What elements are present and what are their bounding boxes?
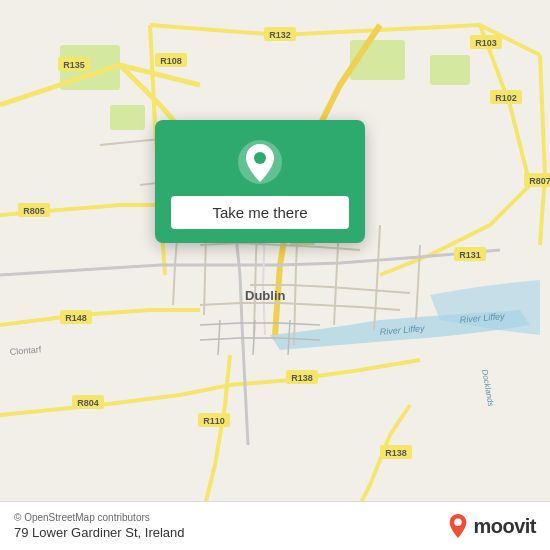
svg-rect-2 bbox=[430, 55, 470, 85]
svg-text:R103: R103 bbox=[475, 38, 497, 48]
svg-text:R138: R138 bbox=[291, 373, 313, 383]
svg-text:Docklands: Docklands bbox=[480, 369, 495, 407]
svg-text:R807: R807 bbox=[529, 176, 550, 186]
take-me-there-button[interactable]: Take me there bbox=[171, 196, 349, 229]
svg-text:Dublin: Dublin bbox=[245, 288, 285, 303]
svg-text:R135: R135 bbox=[63, 60, 85, 70]
moovit-logo: moovit bbox=[447, 513, 536, 539]
svg-text:Clontarf: Clontarf bbox=[9, 344, 42, 357]
map-container: R135 R108 R103 R132 R102 R135 R807 R131 … bbox=[0, 0, 550, 550]
svg-rect-3 bbox=[110, 105, 145, 130]
svg-text:R804: R804 bbox=[77, 398, 99, 408]
location-card: Take me there bbox=[155, 120, 365, 243]
map-svg: R135 R108 R103 R132 R102 R135 R807 R131 … bbox=[0, 0, 550, 550]
svg-text:R110: R110 bbox=[203, 416, 225, 426]
svg-point-39 bbox=[254, 152, 266, 164]
svg-text:R131: R131 bbox=[459, 250, 481, 260]
svg-text:R108: R108 bbox=[160, 56, 182, 66]
svg-point-40 bbox=[455, 519, 462, 526]
svg-text:R132: R132 bbox=[269, 30, 291, 40]
moovit-brand-text: moovit bbox=[473, 515, 536, 538]
svg-text:R102: R102 bbox=[495, 93, 517, 103]
bottom-left-info: © OpenStreetMap contributors 79 Lower Ga… bbox=[14, 512, 185, 540]
copyright-text: © OpenStreetMap contributors bbox=[14, 512, 185, 523]
moovit-pin-icon bbox=[447, 513, 469, 539]
svg-text:R138: R138 bbox=[385, 448, 407, 458]
location-pin-icon bbox=[236, 138, 284, 186]
svg-text:R148: R148 bbox=[65, 313, 87, 323]
bottom-bar: © OpenStreetMap contributors 79 Lower Ga… bbox=[0, 501, 550, 550]
svg-text:R805: R805 bbox=[23, 206, 45, 216]
address-text: 79 Lower Gardiner St, Ireland bbox=[14, 525, 185, 540]
